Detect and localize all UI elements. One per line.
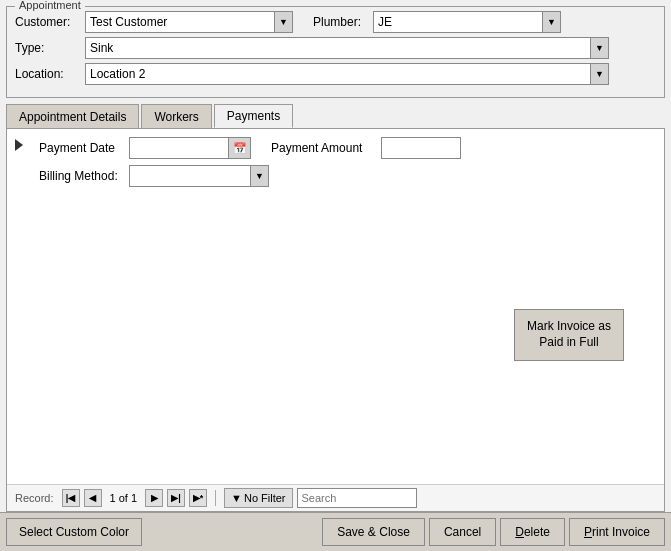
payment-amount-label: Payment Amount — [271, 141, 381, 155]
record-prev-btn[interactable]: ◀ — [84, 489, 102, 507]
record-label: Record: — [15, 492, 54, 504]
record-last-btn[interactable]: ▶| — [167, 489, 185, 507]
customer-input[interactable] — [85, 11, 275, 33]
location-label: Location: — [15, 67, 85, 81]
payment-date-amount-row: Payment Date 📅 Payment Amount — [39, 137, 656, 159]
calendar-button[interactable]: 📅 — [229, 137, 251, 159]
select-custom-color-button[interactable]: Select Custom Color — [6, 518, 142, 546]
funnel-icon: ▼ — [231, 492, 242, 504]
print-invoice-button[interactable]: Print Invoice — [569, 518, 665, 546]
payment-fields: Payment Date 📅 Payment Amount Billing Me… — [39, 137, 656, 187]
appointment-group: Appointment Customer: ▼ Plumber: ▼ Type:… — [6, 6, 665, 98]
main-container: Appointment Customer: ▼ Plumber: ▼ Type:… — [0, 0, 671, 551]
billing-method-label: Billing Method: — [39, 169, 129, 183]
save-close-label: Save & Close — [337, 525, 410, 539]
record-pointer-arrow — [15, 139, 23, 151]
payment-date-label: Payment Date — [39, 141, 129, 155]
tab-workers[interactable]: Workers — [141, 104, 211, 128]
record-next-btn[interactable]: ▶ — [145, 489, 163, 507]
no-filter-label: No Filter — [244, 492, 286, 504]
tabs-container: Appointment Details Workers Payments — [6, 104, 665, 128]
location-row: Location: ▼ — [15, 63, 656, 85]
select-color-label: Select Custom Color — [19, 525, 129, 539]
bottom-toolbar: Select Custom Color Save & Close Cancel … — [0, 512, 671, 551]
tab-appointment-details[interactable]: Appointment Details — [6, 104, 139, 128]
tab-content: Payment Date 📅 Payment Amount Billing Me… — [6, 128, 665, 512]
location-input[interactable] — [85, 63, 591, 85]
plumber-input[interactable] — [373, 11, 543, 33]
type-row: Type: ▼ — [15, 37, 656, 59]
payment-date-input[interactable] — [129, 137, 229, 159]
tab-payments[interactable]: Payments — [214, 104, 293, 128]
print-invoice-label: Print Invoice — [584, 525, 650, 539]
payments-tab-inner: Payment Date 📅 Payment Amount Billing Me… — [7, 129, 664, 484]
no-filter-btn[interactable]: ▼ No Filter — [224, 488, 292, 508]
nav-divider — [215, 490, 216, 506]
customer-dropdown-btn[interactable]: ▼ — [275, 11, 293, 33]
delete-button[interactable]: Delete — [500, 518, 565, 546]
billing-method-dropdown-btn[interactable]: ▼ — [251, 165, 269, 187]
customer-label: Customer: — [15, 15, 85, 29]
record-first-btn[interactable]: |◀ — [62, 489, 80, 507]
mark-invoice-button[interactable]: Mark Invoice as Paid in Full — [514, 309, 624, 361]
record-nav-bar: Record: |◀ ◀ 1 of 1 ▶ ▶| ▶* ▼ No Filter — [7, 484, 664, 511]
cancel-button[interactable]: Cancel — [429, 518, 496, 546]
billing-method-row: Billing Method: ▼ — [39, 165, 656, 187]
billing-method-input[interactable] — [129, 165, 251, 187]
record-count-text: 1 of 1 — [110, 492, 138, 504]
type-dropdown-btn[interactable]: ▼ — [591, 37, 609, 59]
type-input[interactable] — [85, 37, 591, 59]
record-new-btn[interactable]: ▶* — [189, 489, 207, 507]
payment-amount-input[interactable] — [381, 137, 461, 159]
appointment-legend: Appointment — [15, 0, 85, 11]
location-dropdown-btn[interactable]: ▼ — [591, 63, 609, 85]
search-input[interactable] — [297, 488, 417, 508]
plumber-dropdown-btn[interactable]: ▼ — [543, 11, 561, 33]
delete-label: Delete — [515, 525, 550, 539]
cancel-label: Cancel — [444, 525, 481, 539]
plumber-section: Plumber: ▼ — [313, 11, 561, 33]
plumber-label: Plumber: — [313, 15, 373, 29]
save-close-button[interactable]: Save & Close — [322, 518, 425, 546]
type-label: Type: — [15, 41, 85, 55]
customer-plumber-row: Customer: ▼ Plumber: ▼ — [15, 11, 656, 33]
